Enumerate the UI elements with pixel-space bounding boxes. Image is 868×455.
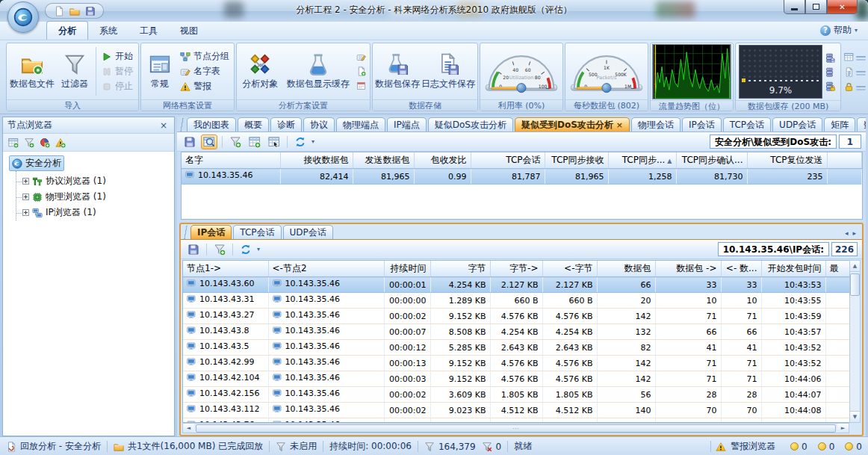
expand-icon[interactable] <box>22 178 29 185</box>
table-row[interactable]: 10.143.42.99 10.143.35.46 00:00:139.152 … <box>183 356 849 371</box>
new-file-button[interactable] <box>52 5 65 17</box>
column-header[interactable]: 数据包 <box>597 261 655 277</box>
scrollbar-thumb[interactable]: ⋯ <box>196 424 836 433</box>
column-header[interactable]: 字节 <box>430 261 490 277</box>
save-session-button[interactable] <box>185 242 202 257</box>
view-tab[interactable]: 物理端点 <box>336 117 385 131</box>
add-filter-icon[interactable] <box>24 137 34 148</box>
column-header[interactable]: 名字 <box>182 152 280 169</box>
column-header[interactable]: 最 <box>825 261 849 277</box>
column-header[interactable]: 节点1-> <box>183 261 268 277</box>
tree-root-security-analysis[interactable]: 安全分析 <box>9 155 64 171</box>
export-button[interactable] <box>266 134 282 149</box>
column-header[interactable]: TCP会话 <box>471 152 545 169</box>
refresh-button[interactable] <box>238 242 254 257</box>
menu-tab[interactable]: 视图 <box>169 22 209 40</box>
mini-chart-icon[interactable] <box>844 52 854 62</box>
filter-button[interactable]: 过滤器 <box>57 52 93 92</box>
add-scheme-icon[interactable] <box>356 66 366 76</box>
scroll-down-icon[interactable]: ▼ <box>850 411 860 422</box>
save-file-button[interactable] <box>84 5 96 17</box>
packet-file-button[interactable]: 数据包文件 <box>9 52 55 92</box>
help-menu[interactable]: ? 帮助 ▾ <box>820 24 868 40</box>
column-header[interactable]: TCP同步...▲ <box>608 152 676 169</box>
view-tab[interactable]: 矩阵 <box>824 117 855 131</box>
table-row[interactable]: 10.143.42.104 10.143.35.46 00:00:039.152… <box>183 371 849 387</box>
column-header[interactable]: <-字节 <box>542 261 597 277</box>
refresh-dropdown-icon[interactable]: ▾ <box>257 246 260 253</box>
scroll-tabs-right-icon[interactable]: ▸ <box>852 229 856 237</box>
column-header[interactable]: <- 数... <box>721 261 761 277</box>
alarm-browser-status[interactable]: 警报浏览器 0 0 0 <box>710 440 862 453</box>
column-header[interactable]: 开始发包时间 <box>761 261 825 277</box>
calendar-icon[interactable] <box>356 81 366 90</box>
table-row[interactable]: 10.143.43.5 10.143.35.46 00:00:125.285 K… <box>183 340 849 356</box>
add-view-button[interactable] <box>247 134 263 149</box>
column-header[interactable]: TCP同步确认... <box>676 152 747 169</box>
packet-save-button[interactable]: 数据包保存 <box>375 52 420 92</box>
column-header[interactable] <box>827 152 862 169</box>
add-view-icon[interactable] <box>8 137 19 148</box>
view-tab[interactable]: 诊断 <box>270 117 302 131</box>
column-header[interactable]: 数据包 -> <box>655 261 721 277</box>
start-button[interactable]: 开始 <box>99 50 135 63</box>
view-tab[interactable]: IP会话 <box>682 117 722 131</box>
panel-close-icon[interactable]: × <box>158 120 170 131</box>
general-settings-button[interactable]: 常规 <box>143 52 176 92</box>
restore-button[interactable] <box>805 0 827 14</box>
menu-tab[interactable]: 工具 <box>128 22 169 40</box>
tree-item-protocol-browser[interactable]: 协议浏览器 (1) <box>16 173 171 189</box>
view-tab[interactable]: 我的图表 <box>187 117 236 131</box>
stop-button[interactable]: 停止 <box>99 80 135 93</box>
log-save-button[interactable]: 日志文件保存 <box>421 52 475 92</box>
scrollbar-thumb[interactable] <box>850 273 860 296</box>
analysis-objects-button[interactable]: 分析对象 <box>239 52 281 92</box>
expand-icon[interactable] <box>22 194 29 200</box>
detail-view-button[interactable] <box>201 134 217 149</box>
name-table-button[interactable]: 名字表 <box>178 65 232 78</box>
tree-item-physical-browser[interactable]: 物理浏览器 (1) <box>16 189 171 205</box>
edit-scheme-icon[interactable] <box>356 52 366 62</box>
alarm-settings-button[interactable]: 警报 <box>178 80 232 93</box>
table-row[interactable]: 10.143.43.112 10.143.35.46 00:00:029.023… <box>183 403 849 418</box>
refresh-button[interactable] <box>292 134 309 149</box>
close-button[interactable]: ✕ <box>827 0 858 14</box>
menu-tab[interactable]: 分析 <box>46 21 88 40</box>
horizontal-scrollbar[interactable]: ◄ ⋯ ► <box>182 423 849 433</box>
mini-lock-icon[interactable] <box>844 82 854 92</box>
view-tab[interactable]: UDP会话 <box>772 117 822 131</box>
column-header[interactable]: 包收发比 <box>414 152 471 169</box>
table-row[interactable]: 10.143.35.46 82,41481,9650.99 81,78781,9… <box>182 169 862 185</box>
column-header[interactable]: TCP复位发送 <box>747 152 827 169</box>
add-graph-icon[interactable] <box>40 137 50 148</box>
scroll-right-icon[interactable]: ► <box>837 424 849 433</box>
scroll-up-icon[interactable]: ▲ <box>850 261 860 272</box>
buffer-lock-icon[interactable] <box>825 81 835 91</box>
minimize-button[interactable] <box>784 0 805 14</box>
scroll-left-icon[interactable]: ◄ <box>183 424 194 433</box>
expand-icon[interactable] <box>22 209 29 216</box>
session-tab[interactable]: UDP会话 <box>283 225 333 239</box>
column-header[interactable]: 发送数据包 <box>353 152 414 169</box>
view-tab[interactable]: TCP会话 <box>723 117 771 131</box>
add-filter-button[interactable] <box>227 134 244 149</box>
buffer-list-icon[interactable] <box>825 67 835 77</box>
session-tab[interactable]: IP会话 <box>190 225 232 239</box>
app-logo-button[interactable] <box>7 1 39 33</box>
mini-list-icon[interactable] <box>844 67 854 77</box>
pause-button[interactable]: 暂停 <box>99 65 135 78</box>
buffer-save-icon[interactable] <box>825 53 835 63</box>
view-tab[interactable]: IP端点 <box>387 117 427 131</box>
table-row[interactable]: 10.143.43.60 10.143.35.46 00:00:014.254 … <box>183 277 849 293</box>
view-tab[interactable]: 疑似受到DoS攻击分析 × <box>515 117 630 131</box>
column-header[interactable]: TCP同步接收 <box>545 152 608 169</box>
table-row[interactable]: 10.143.43.27 10.143.35.46 00:00:029.152 … <box>183 309 849 324</box>
column-header[interactable]: 接收数据包 <box>280 152 353 169</box>
column-header[interactable]: 持续时间 <box>384 261 430 277</box>
add-filter-button[interactable] <box>211 242 228 257</box>
scroll-tabs-left-icon[interactable]: ◂ <box>845 229 849 237</box>
menu-tab[interactable]: 系统 <box>88 22 128 40</box>
table-row[interactable]: 10.143.42.156 10.143.35.46 00:00:023.609… <box>183 387 849 403</box>
open-file-button[interactable] <box>68 5 81 17</box>
view-tab[interactable]: 物理会话 <box>631 117 681 131</box>
